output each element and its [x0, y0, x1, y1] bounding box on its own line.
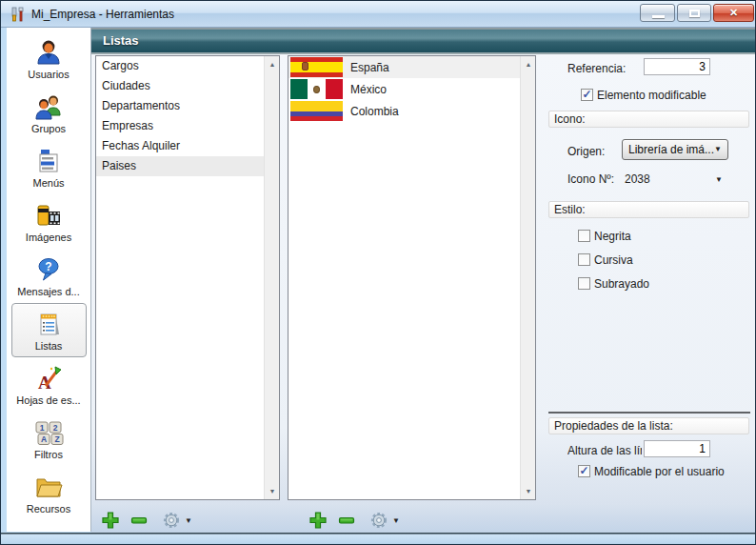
svg-text:Z: Z — [54, 434, 59, 444]
element-settings-gear-icon[interactable] — [369, 511, 388, 530]
sidebar-item-filtros[interactable]: 1 2 A Z Filtros — [11, 412, 87, 466]
list-settings-gear-icon[interactable] — [162, 511, 181, 530]
list-item[interactable]: Ciudades — [96, 76, 264, 96]
message-icon: ? — [33, 254, 64, 285]
spain-flag-icon — [290, 57, 343, 77]
chevron-down-icon: ▼ — [714, 140, 722, 159]
origen-dropdown[interactable]: Librería de imá... ▼ — [622, 139, 728, 160]
subrayado-checkbox[interactable] — [578, 277, 590, 290]
scroll-up-icon[interactable]: ▲ — [265, 61, 280, 68]
film-icon — [33, 200, 64, 231]
sidebar-item-menus[interactable]: Menús — [11, 140, 87, 194]
icono-section-header: Icono: — [548, 111, 749, 128]
list-item[interactable]: Cargos — [96, 56, 264, 76]
sidebar-item-label: Mensajes d... — [12, 286, 86, 297]
sidebar-item-imagenes[interactable]: Imágenes — [11, 194, 87, 249]
scrollbar[interactable]: ▲ ▼ — [520, 56, 535, 499]
app-tools-icon — [10, 6, 27, 23]
negrita-checkbox[interactable] — [578, 230, 590, 242]
sidebar-item-label: Filtros — [12, 449, 86, 460]
altura-input[interactable] — [644, 440, 710, 457]
modificable-usuario-checkbox[interactable]: ✓ — [578, 465, 590, 477]
element-row-selected[interactable]: España — [288, 56, 520, 78]
icono-num-dropdown-icon[interactable]: ▼ — [715, 175, 723, 184]
sidebar-item-grupos[interactable]: Grupos — [11, 86, 87, 140]
list-item-label: Ciudades — [102, 79, 150, 92]
sidebar-item-listas[interactable]: Listas — [11, 303, 87, 357]
titlebar[interactable]: Mi_Empresa - Herramientas ✕ — [1, 1, 756, 28]
colombia-flag-icon — [290, 101, 343, 121]
remove-list-button[interactable] — [129, 511, 149, 530]
page-title: Listas — [103, 33, 139, 48]
divider — [548, 412, 750, 414]
element-settings-dropdown-icon[interactable]: ▼ — [392, 516, 400, 525]
scrollbar[interactable]: ▲ ▼ — [264, 56, 279, 499]
modificable-usuario-label: Modificable por el usuario — [594, 465, 725, 478]
close-button[interactable]: ✕ — [713, 4, 754, 22]
element-label: Colombia — [343, 105, 399, 118]
content-area: Cargos Ciudades Departamentos Empresas F… — [91, 54, 756, 533]
elements-panel: España México Colombia ▲ ▼ — [288, 55, 536, 500]
sidebar-item-mensajes[interactable]: ? Mensajes d... — [11, 249, 87, 303]
svg-text:2: 2 — [53, 423, 58, 433]
maximize-icon — [689, 10, 700, 17]
window-title: Mi_Empresa - Herramientas — [31, 8, 174, 21]
user-icon — [33, 37, 64, 68]
svg-text:A: A — [41, 434, 47, 444]
list-item-label: Cargos — [102, 59, 139, 72]
list-item[interactable]: Departamentos — [96, 96, 264, 116]
icono-num-value[interactable]: 2038 — [625, 172, 650, 186]
mexico-flag-icon — [290, 79, 343, 99]
referencia-label: Referencia: — [567, 62, 626, 75]
list-item[interactable]: Empresas — [96, 116, 264, 136]
list-item[interactable]: Fechas Alquiler — [96, 136, 264, 156]
sidebar-item-label: Usuarios — [12, 69, 86, 80]
minimize-button[interactable] — [640, 4, 675, 22]
origen-label: Origen: — [567, 145, 605, 158]
referencia-input[interactable] — [644, 58, 710, 75]
elemento-modificable-label: Elemento modificable — [597, 89, 706, 102]
sidebar: Usuarios Grupos Menús — [7, 28, 91, 532]
list-item-label: Empresas — [102, 119, 153, 132]
element-row[interactable]: México — [288, 78, 520, 100]
negrita-label: Negrita — [594, 230, 631, 243]
remove-element-button[interactable] — [337, 511, 356, 530]
subrayado-label: Subrayado — [594, 277, 649, 291]
properties-panel: Referencia: ✓ Elemento modificable Icono… — [541, 54, 756, 533]
list-item-label: Fechas Alquiler — [102, 139, 180, 152]
list-item-selected[interactable]: Paises — [96, 156, 264, 176]
svg-text:?: ? — [45, 260, 51, 273]
folder-icon — [33, 472, 64, 502]
element-row[interactable]: Colombia — [288, 100, 520, 122]
origen-value: Librería de imá... — [628, 143, 714, 156]
propiedades-section-header: Propiedades de la lista: — [548, 417, 749, 434]
lists-panel: Cargos Ciudades Departamentos Empresas F… — [95, 55, 280, 500]
stylesheet-icon: A — [33, 363, 64, 394]
scroll-down-icon[interactable]: ▼ — [265, 488, 280, 495]
sidebar-item-label: Imágenes — [12, 232, 86, 243]
sidebar-item-usuarios[interactable]: Usuarios — [11, 31, 87, 86]
estilo-section-header: Estilo: — [548, 201, 749, 218]
list-settings-dropdown-icon[interactable]: ▼ — [185, 516, 192, 525]
cursiva-label: Cursiva — [594, 253, 633, 267]
list-item-label: Departamentos — [102, 99, 180, 112]
filter-keys-icon: 1 2 A Z — [33, 417, 64, 448]
altura-label: Altura de las líneas: — [567, 444, 642, 457]
menu-icon — [33, 146, 64, 176]
elemento-modificable-checkbox[interactable]: ✓ — [581, 89, 593, 101]
add-element-button[interactable] — [308, 511, 328, 530]
section-header: Listas — [91, 28, 756, 54]
list-item-label: Paises — [102, 159, 136, 172]
scroll-down-icon[interactable]: ▼ — [521, 488, 536, 495]
element-label: México — [343, 83, 387, 96]
element-label: España — [343, 61, 389, 74]
sidebar-item-hojas[interactable]: A Hojas de es... — [11, 357, 87, 412]
cursiva-checkbox[interactable] — [578, 253, 590, 266]
icono-num-label: Icono Nº: — [567, 172, 614, 186]
sidebar-item-label: Listas — [12, 340, 86, 352]
maximize-button[interactable] — [677, 4, 711, 22]
scroll-up-icon[interactable]: ▲ — [521, 61, 536, 68]
sidebar-item-recursos[interactable]: Recursos — [11, 466, 87, 520]
add-list-button[interactable] — [101, 511, 120, 530]
minimize-icon — [652, 15, 665, 18]
